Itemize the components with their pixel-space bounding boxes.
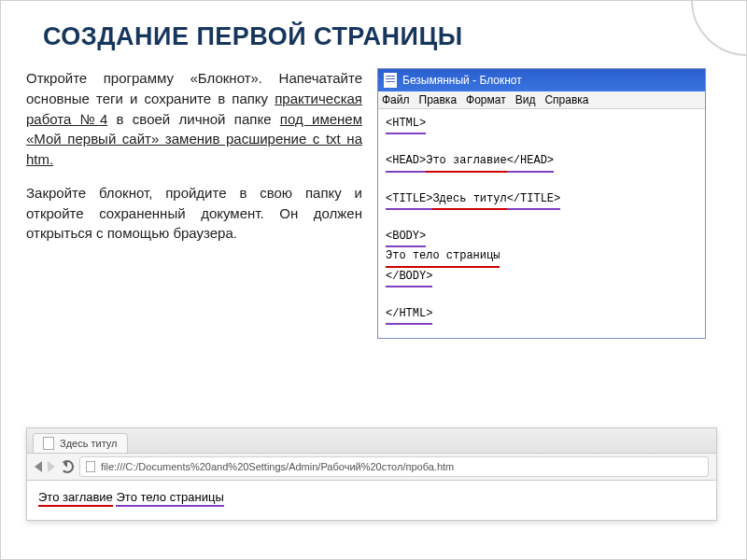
browser-tabstrip: Здесь титул (27, 428, 716, 453)
address-bar[interactable]: file:///C:/Documents%20and%20Settings/Ad… (79, 456, 709, 477)
forward-icon[interactable] (48, 461, 55, 472)
notepad-titlebar: Безымянный - Блокнот (378, 69, 705, 91)
browser-toolbar: file:///C:/Documents%20and%20Settings/Ad… (27, 453, 716, 481)
tab-title: Здесь титул (60, 438, 118, 449)
menu-edit[interactable]: Правка (419, 93, 458, 106)
notepad-menu: Файл Правка Формат Вид Справка (378, 91, 705, 109)
page-title: СОЗДАНИЕ ПЕРВОЙ СТРАНИЦЫ (0, 0, 747, 68)
page-icon (43, 437, 54, 450)
slide: СОЗДАНИЕ ПЕРВОЙ СТРАНИЦЫ Откройте програ… (0, 0, 747, 560)
reload-icon[interactable] (61, 460, 74, 473)
menu-view[interactable]: Вид (515, 93, 536, 106)
browser-tab[interactable]: Здесь титул (33, 433, 128, 453)
file-icon (86, 461, 95, 472)
menu-help[interactable]: Справка (544, 93, 588, 106)
menu-format[interactable]: Формат (466, 93, 506, 106)
menu-file[interactable]: Файл (382, 93, 410, 106)
notepad-screenshot: Безымянный - Блокнот Файл Правка Формат … (377, 68, 706, 339)
notepad-body[interactable]: <HTML> <HEAD>Это заглавие</HEAD> <TITLE>… (378, 109, 705, 338)
notepad-window: Безымянный - Блокнот Файл Правка Формат … (377, 68, 706, 339)
url-text: file:///C:/Documents%20and%20Settings/Ad… (101, 461, 454, 472)
notepad-title: Безымянный - Блокнот (402, 74, 522, 87)
back-icon[interactable] (35, 461, 42, 472)
browser-window: Здесь титул file:///C:/Documents%20and%2… (26, 427, 717, 521)
paragraph-2: Закройте блокнот, пройдите в свою папку … (26, 183, 362, 244)
notepad-icon (384, 73, 397, 88)
content-columns: Откройте программу «Блокнот». Напечатайт… (0, 68, 747, 339)
paragraph-1: Откройте программу «Блокнот». Напечатайт… (26, 68, 362, 170)
browser-body: Это заглавие Это тело страницы (27, 481, 716, 520)
instruction-text: Откройте программу «Блокнот». Напечатайт… (26, 68, 362, 339)
